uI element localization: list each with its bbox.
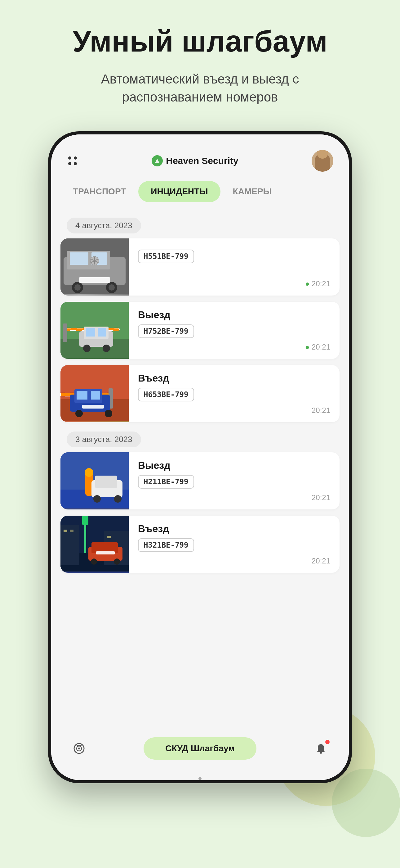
incident-image-4 [61,452,129,509]
skud-button[interactable]: СКУД Шлагбаум [143,737,257,760]
card-content-3: Въезд Н653ВЕ-799 20:21 [129,365,339,422]
plate-badge-4: Н211ВЕ-799 [138,475,194,489]
svg-rect-37 [82,405,104,408]
brand-icon [152,155,163,166]
date-badge-2: 3 августа, 2023 [67,432,141,447]
card-content-5: Въезд Н321ВЕ-799 20:21 [129,516,339,573]
card-time-3: 20:21 [138,406,330,415]
plate-badge-2: Н752ВЕ-799 [138,324,194,338]
svg-rect-54 [107,536,111,538]
incident-card-4[interactable]: Выезд Н211ВЕ-799 20:21 [61,452,339,509]
card-time-2: 20:21 [138,343,330,351]
svg-point-62 [78,748,80,749]
avatar[interactable] [312,150,333,172]
phone-mockup: Heaven Security ТРАНСПОРТ ИНЦИДЕНТЫ КАМЕ… [48,131,352,783]
card-content-4: Выезд Н211ВЕ-799 20:21 [129,452,339,509]
svg-rect-19 [63,323,67,342]
card-content-1: Н551ВЕ-799 20:21 [129,239,339,296]
svg-point-64 [320,752,322,754]
menu-button[interactable] [67,155,78,167]
incident-image-3 [61,365,129,422]
home-indicator [198,777,202,780]
svg-rect-49 [82,516,88,525]
svg-point-36 [105,410,112,417]
svg-point-41 [85,468,93,477]
card-time-1: 20:21 [138,279,330,288]
tab-transport[interactable]: ТРАНСПОРТ [61,181,138,202]
card-type-5: Въезд [138,523,330,535]
svg-marker-0 [155,159,159,163]
plate-badge-1: Н551ВЕ-799 [138,250,194,263]
bell-nav-button[interactable] [312,739,330,758]
svg-rect-22 [86,328,95,337]
svg-point-7 [74,284,80,290]
brand-logo: Heaven Security [152,155,238,166]
camera-nav-button[interactable] [70,739,88,758]
card-type-3: Въезд [138,373,330,384]
tab-incidents[interactable]: ИНЦИДЕНТЫ [138,181,220,202]
svg-rect-53 [70,530,73,532]
card-time-4: 20:21 [138,493,330,502]
svg-point-58 [114,558,120,565]
svg-point-44 [93,495,101,503]
incidents-list: 4 августа, 2023 [51,208,349,731]
incident-card-2[interactable]: Выезд Н752ВЕ-799 20:21 [61,302,339,359]
incident-image-1 [61,239,129,296]
svg-rect-43 [95,475,117,488]
svg-rect-10 [79,277,110,283]
svg-rect-23 [98,328,106,337]
top-bar: Heaven Security [51,134,349,178]
svg-rect-59 [96,551,115,554]
card-time-5: 20:21 [138,557,330,565]
notification-dot [325,740,330,744]
svg-point-9 [108,284,115,290]
bottom-nav: СКУД Шлагбаум [51,731,349,775]
phone-screen: Heaven Security ТРАНСПОРТ ИНЦИДЕНТЫ КАМЕ… [51,134,349,780]
plate-badge-5: Н321ВЕ-799 [138,538,194,552]
svg-point-24 [83,345,91,352]
date-badge-1: 4 августа, 2023 [67,218,141,234]
card-type-4: Выезд [138,460,330,471]
svg-point-25 [103,345,110,352]
tab-cameras[interactable]: КАМЕРЫ [221,181,284,202]
tab-bar: ТРАНСПОРТ ИНЦИДЕНТЫ КАМЕРЫ [51,178,349,208]
incident-card-3[interactable]: Въезд Н653ВЕ-799 20:21 [61,365,339,422]
svg-rect-52 [64,530,67,532]
page-title: Умный шлагбаум [72,25,328,58]
svg-point-45 [114,495,122,503]
incident-image-5 [61,516,129,573]
svg-point-57 [91,558,97,565]
svg-point-35 [75,410,83,417]
incident-card-1[interactable]: Н551ВЕ-799 20:21 [61,239,339,296]
svg-rect-63 [76,745,81,746]
card-type-2: Выезд [138,309,330,321]
page-subtitle: Автоматический въезд и выезд с распознав… [76,70,324,107]
card-content-2: Выезд Н752ВЕ-799 20:21 [129,302,339,359]
svg-rect-4 [70,252,88,265]
svg-rect-33 [76,391,88,400]
incident-image-2 [61,302,129,359]
svg-rect-34 [91,391,100,400]
incident-card-5[interactable]: Въезд Н321ВЕ-799 20:21 [61,516,339,573]
brand-name: Heaven Security [166,156,238,166]
plate-badge-3: Н653ВЕ-799 [138,388,194,401]
